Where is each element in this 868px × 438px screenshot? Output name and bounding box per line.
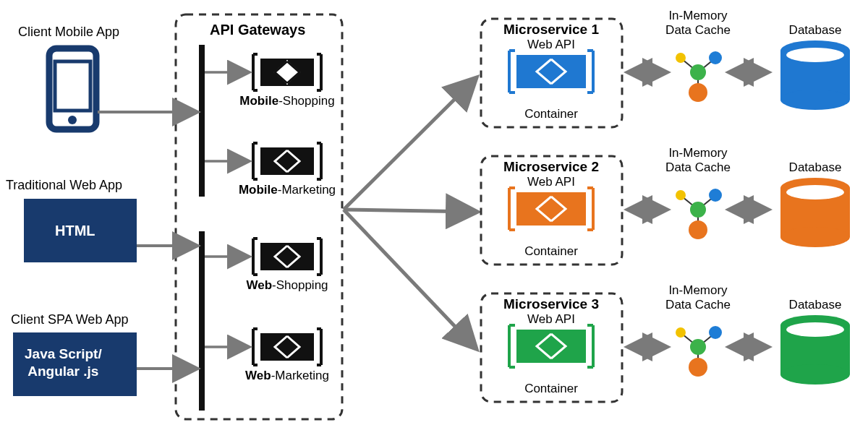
svg-rect-4 xyxy=(199,231,205,411)
svg-point-54 xyxy=(780,90,850,110)
gateway-label-2: Web-Shopping xyxy=(246,278,328,293)
gateway-label-3: Web-Marketing xyxy=(245,369,329,383)
svg-point-51 xyxy=(689,358,707,377)
db-label-1: Database xyxy=(789,23,842,38)
cache-label-1a: In-Memory xyxy=(668,9,727,23)
svg-point-49 xyxy=(676,327,686,338)
svg-point-50 xyxy=(709,326,722,339)
svg-rect-1 xyxy=(55,61,90,111)
ms2-title: Microservice 2 xyxy=(503,159,599,175)
ms3-title: Microservice 3 xyxy=(503,296,599,312)
svg-point-55 xyxy=(786,48,844,62)
svg-line-16 xyxy=(344,80,475,210)
gateway-container-mobile-marketing xyxy=(253,143,321,179)
svg-point-34 xyxy=(690,64,706,80)
svg-line-18 xyxy=(344,210,475,347)
gateway-container-mobile-shopping xyxy=(253,54,321,90)
spa-box-label: Java Script/ Angular .js xyxy=(25,345,102,380)
gateway-label-0: Mobile-Shopping xyxy=(239,94,334,108)
cache-label-1b: Data Cache xyxy=(665,23,731,38)
ms2-api: Web API xyxy=(527,175,575,189)
svg-point-37 xyxy=(689,83,707,102)
svg-point-59 xyxy=(786,185,844,199)
svg-point-36 xyxy=(709,51,722,64)
mobile-phone-icon xyxy=(49,48,96,129)
svg-point-2 xyxy=(68,116,77,124)
ms2-container: Container xyxy=(524,244,578,259)
cache-icon-3 xyxy=(676,326,722,377)
db-label-2: Database xyxy=(789,160,842,175)
ms3-api: Web API xyxy=(527,312,575,327)
gateway-container-web-shopping xyxy=(253,239,321,275)
svg-point-63 xyxy=(786,322,844,337)
svg-point-35 xyxy=(676,53,686,63)
ms1-container: Container xyxy=(524,107,578,121)
html-box-label: HTML xyxy=(55,223,95,239)
ms1-api: Web API xyxy=(527,38,575,52)
svg-point-44 xyxy=(689,220,707,239)
svg-line-17 xyxy=(344,210,475,212)
svg-point-43 xyxy=(709,189,722,202)
ms1-title: Microservice 1 xyxy=(503,22,599,38)
svg-rect-3 xyxy=(199,45,205,197)
gateway-container-web-marketing xyxy=(253,329,321,365)
ms3-container: Container xyxy=(524,382,578,396)
database-icon-3 xyxy=(780,315,850,385)
svg-point-58 xyxy=(780,227,850,247)
cache-label-3a: In-Memory xyxy=(668,283,727,298)
svg-point-42 xyxy=(676,190,686,200)
cache-icon-1 xyxy=(676,51,722,102)
database-icon-1 xyxy=(780,40,850,110)
database-icon-2 xyxy=(780,178,850,247)
svg-point-62 xyxy=(780,364,850,385)
cache-label-2b: Data Cache xyxy=(665,160,731,175)
db-label-3: Database xyxy=(789,298,842,312)
gateway-label-1: Mobile-Marketing xyxy=(239,183,336,197)
cache-icon-2 xyxy=(676,189,722,239)
svg-point-48 xyxy=(690,339,706,355)
client-mobile-label: Client Mobile App xyxy=(18,25,119,40)
traditional-web-label: Traditional Web App xyxy=(6,178,122,193)
cache-label-3b: Data Cache xyxy=(665,298,731,312)
svg-point-41 xyxy=(690,202,706,218)
spa-web-label: Client SPA Web App xyxy=(11,312,128,327)
cache-label-2a: In-Memory xyxy=(668,146,727,160)
api-gateways-title: API Gateways xyxy=(210,22,305,38)
